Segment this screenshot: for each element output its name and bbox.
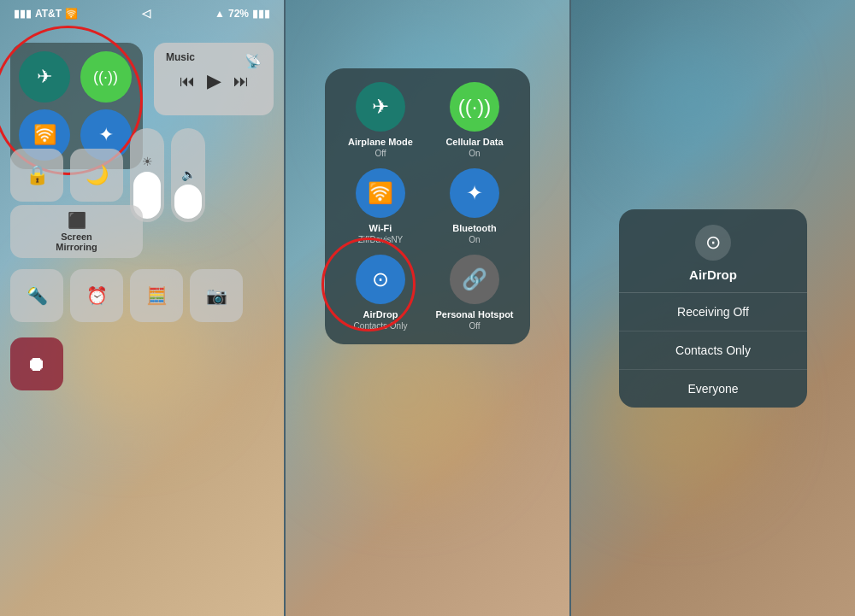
expanded-network-panel: ✈ Airplane Mode Off ((·)) Cellular Data … bbox=[325, 68, 530, 344]
volume-slider[interactable]: 🔈 bbox=[171, 128, 205, 222]
signal-icon: ▮▮▮ bbox=[14, 8, 32, 20]
expanded-airdrop-icon: ⊙ bbox=[356, 255, 405, 304]
screen-mirroring-button[interactable]: ⬛ ScreenMirroring bbox=[10, 205, 143, 258]
wifi-status-icon: 🛜 bbox=[65, 8, 78, 20]
airdrop-menu-icon: ⊙ bbox=[695, 225, 731, 261]
expanded-airdrop-label: AirDrop bbox=[363, 309, 398, 320]
cc-content: ✈ ((·)) 🛜 ✦ Music 📡 ⏮ bbox=[10, 43, 274, 582]
expanded-wifi-icon: 🛜 bbox=[356, 168, 405, 218]
expanded-airplane-label: Airplane Mode bbox=[348, 137, 413, 147]
expanded-airplane-icon: ✈ bbox=[356, 82, 405, 132]
panel-1: ▮▮▮ AT&T 🛜 ◁ ▲ 72% ▮▮▮ ✈ ((·)) bbox=[0, 0, 284, 616]
expanded-bluetooth-button[interactable]: ✦ Bluetooth On bbox=[433, 168, 516, 244]
expanded-airdrop-button[interactable]: ⊙ AirDrop Contacts Only bbox=[339, 255, 422, 331]
expanded-hotspot-sublabel: Off bbox=[469, 321, 480, 331]
panel-2: ✈ Airplane Mode Off ((·)) Cellular Data … bbox=[286, 0, 569, 616]
screen-mirror-icon: ⬛ bbox=[68, 211, 86, 230]
expanded-wifi-button[interactable]: 🛜 Wi-Fi ZiffDavisNY bbox=[339, 168, 422, 244]
status-left: ▮▮▮ AT&T 🛜 bbox=[14, 8, 78, 20]
bottom-row-1: ⬛ ScreenMirroring bbox=[10, 205, 143, 258]
prev-track-button[interactable]: ⏮ bbox=[180, 73, 195, 91]
carrier-label: AT&T bbox=[35, 8, 62, 20]
bottom-row-2: 🔦 ⏰ 🧮 📷 bbox=[10, 269, 243, 322]
status-right: ▲ 72% ▮▮▮ bbox=[215, 8, 270, 20]
do-not-disturb-button[interactable]: 🌙 bbox=[70, 149, 123, 202]
flashlight-button[interactable]: 🔦 bbox=[10, 269, 63, 322]
expanded-airplane-button[interactable]: ✈ Airplane Mode Off bbox=[339, 82, 422, 158]
cellular-icon: ((·)) bbox=[93, 68, 118, 86]
expanded-hotspot-label: Personal Hotspot bbox=[435, 309, 513, 320]
flashlight-icon: 🔦 bbox=[27, 285, 48, 306]
music-title: Music bbox=[166, 51, 195, 63]
battery-icon: ▮▮▮ bbox=[252, 8, 270, 20]
camera-icon: 📷 bbox=[206, 285, 227, 306]
expanded-cellular-label: Cellular Data bbox=[445, 137, 503, 147]
expanded-airdrop-sublabel: Contacts Only bbox=[354, 321, 408, 331]
camera-button[interactable]: 📷 bbox=[190, 269, 243, 322]
expanded-bluetooth-label: Bluetooth bbox=[452, 223, 496, 233]
music-controls: ⏮ ▶ ⏭ bbox=[166, 70, 262, 92]
location-icon: ▲ bbox=[215, 8, 225, 20]
airdrop-option-receiving-off[interactable]: Receiving Off bbox=[619, 293, 807, 331]
expanded-bluetooth-sublabel: On bbox=[469, 235, 480, 244]
screen-mirror-label: ScreenMirroring bbox=[56, 232, 97, 252]
rotation-lock-button[interactable]: 🔒 bbox=[10, 149, 63, 202]
airdrop-option-contacts-only[interactable]: Contacts Only bbox=[619, 331, 807, 370]
calculator-button[interactable]: 🧮 bbox=[130, 269, 183, 322]
lock-icon: 🔒 bbox=[26, 164, 49, 186]
expanded-wifi-sublabel: ZiffDavisNY bbox=[358, 235, 404, 244]
cellular-data-button[interactable]: ((·)) bbox=[80, 51, 132, 103]
expanded-cellular-icon: ((·)) bbox=[450, 82, 499, 132]
timer-button[interactable]: ⏰ bbox=[70, 269, 123, 322]
expanded-airplane-sublabel: Off bbox=[374, 149, 386, 158]
moon-icon: 🌙 bbox=[86, 164, 109, 186]
bottom-tools: ⏺ bbox=[10, 337, 63, 390]
expanded-bluetooth-icon: ✦ bbox=[450, 168, 499, 218]
airdrop-menu-header: ⊙ AirDrop bbox=[619, 209, 807, 293]
airplane-icon: ✈ bbox=[37, 66, 52, 88]
airdrop-option-everyone[interactable]: Everyone bbox=[619, 370, 807, 408]
airdrop-menu-title: AirDrop bbox=[689, 267, 737, 282]
panel-3: ⊙ AirDrop Receiving Off Contacts Only Ev… bbox=[571, 0, 855, 616]
next-track-button[interactable]: ⏭ bbox=[233, 73, 249, 91]
airplane-mode-button[interactable]: ✈ bbox=[19, 51, 70, 103]
airplay-icon: 📡 bbox=[245, 53, 262, 69]
expanded-cellular-button[interactable]: ((·)) Cellular Data On bbox=[433, 82, 516, 158]
status-bar: ▮▮▮ AT&T 🛜 ◁ ▲ 72% ▮▮▮ bbox=[0, 7, 284, 20]
screen-record-button[interactable]: ⏺ bbox=[10, 337, 63, 390]
expanded-hotspot-icon: 🔗 bbox=[450, 255, 499, 304]
music-block: Music 📡 ⏮ ▶ ⏭ bbox=[154, 43, 274, 115]
play-button[interactable]: ▶ bbox=[207, 70, 221, 92]
record-icon: ⏺ bbox=[27, 352, 47, 376]
time-label: ◁ bbox=[142, 7, 150, 20]
expanded-hotspot-button[interactable]: 🔗 Personal Hotspot Off bbox=[433, 255, 516, 331]
expanded-wifi-label: Wi-Fi bbox=[369, 223, 392, 233]
battery-label: 72% bbox=[228, 8, 249, 20]
timer-icon: ⏰ bbox=[86, 285, 108, 306]
expanded-cellular-sublabel: On bbox=[469, 149, 480, 158]
calculator-icon: 🧮 bbox=[146, 285, 168, 306]
airdrop-menu: ⊙ AirDrop Receiving Off Contacts Only Ev… bbox=[619, 209, 807, 408]
